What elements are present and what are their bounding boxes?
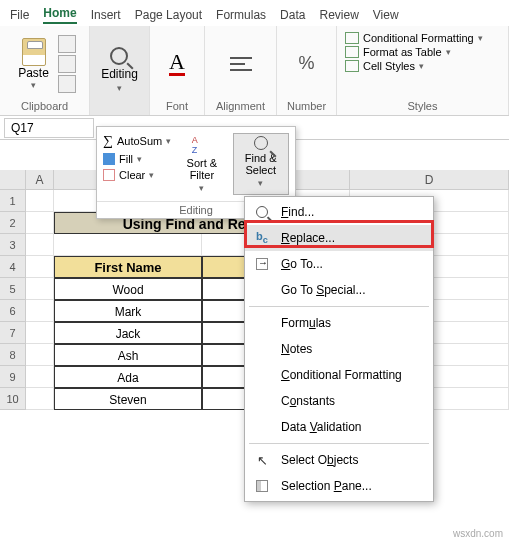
alignment-button[interactable] — [230, 55, 252, 73]
menu-selection-pane[interactable]: Selection Pane... — [245, 473, 433, 499]
cell[interactable] — [26, 278, 54, 300]
fill-button[interactable]: Fill▾ — [103, 153, 171, 165]
tab-page-layout[interactable]: Page Layout — [135, 8, 202, 22]
select-all-corner[interactable] — [0, 170, 26, 189]
group-label-number: Number — [281, 99, 332, 113]
find-select-menu: Find... bc Replace... Go To... Go To Spe… — [244, 196, 434, 502]
menu-replace[interactable]: bc Replace... — [245, 225, 433, 251]
clear-button[interactable]: Clear▾ — [103, 169, 171, 181]
paste-button[interactable]: Paste ▾ — [14, 38, 54, 90]
format-as-table-button[interactable]: Format as Table▾ — [345, 46, 451, 58]
autosum-button[interactable]: ∑AutoSum▾ — [103, 133, 171, 149]
fill-label: Fill — [119, 153, 133, 165]
menu-goto[interactable]: Go To... — [245, 251, 433, 277]
font-color-button[interactable]: A — [169, 51, 185, 76]
search-icon — [254, 136, 268, 150]
clear-label: Clear — [119, 169, 145, 181]
menu-select-objects[interactable]: Select Objects — [245, 447, 433, 473]
row-header[interactable]: 2 — [0, 212, 26, 234]
row-header[interactable]: 1 — [0, 190, 26, 212]
cell[interactable] — [26, 344, 54, 366]
data-cell[interactable]: Wood — [54, 278, 202, 300]
menu-separator — [249, 306, 429, 307]
menu-find[interactable]: Find... — [245, 199, 433, 225]
cell[interactable] — [26, 300, 54, 322]
cell[interactable] — [26, 234, 54, 256]
conditional-formatting-button[interactable]: Conditional Formatting▾ — [345, 32, 483, 44]
group-label-alignment: Alignment — [209, 99, 272, 113]
row-header[interactable]: 10 — [0, 388, 26, 410]
cell[interactable] — [26, 212, 54, 234]
cell[interactable] — [54, 234, 202, 256]
header-cell[interactable]: First Name — [54, 256, 202, 278]
cell[interactable] — [26, 366, 54, 388]
row-header[interactable]: 6 — [0, 300, 26, 322]
cut-icon[interactable] — [58, 35, 76, 53]
copy-icon[interactable] — [58, 55, 76, 73]
find-select-button[interactable]: Find & Select ▾ — [233, 133, 290, 195]
clipboard-small-buttons[interactable] — [58, 35, 76, 93]
data-cell[interactable]: Jack — [54, 322, 202, 344]
menu-cond-formatting[interactable]: Conditional Formatting — [245, 362, 433, 388]
menubar: File Home Insert Page Layout Formulas Da… — [0, 0, 509, 26]
tab-file[interactable]: File — [10, 8, 29, 22]
cell[interactable] — [26, 322, 54, 344]
group-font: A Font — [150, 26, 205, 115]
menu-notes[interactable]: Notes — [245, 336, 433, 362]
tab-data[interactable]: Data — [280, 8, 305, 22]
sort-icon — [192, 135, 212, 155]
row-header[interactable]: 3 — [0, 234, 26, 256]
align-icon — [230, 55, 252, 73]
number-format-button[interactable]: % — [298, 53, 314, 74]
menu-constants[interactable]: Constants — [245, 388, 433, 414]
goto-icon — [256, 258, 268, 270]
replace-icon: bc — [256, 230, 268, 245]
cond-format-icon — [345, 32, 359, 44]
menu-data-validation[interactable]: Data Validation — [245, 414, 433, 440]
group-alignment: Alignment — [205, 26, 277, 115]
tab-insert[interactable]: Insert — [91, 8, 121, 22]
col-header-d[interactable]: D — [350, 170, 509, 189]
row-header[interactable]: 7 — [0, 322, 26, 344]
tab-home[interactable]: Home — [43, 6, 76, 24]
paste-icon — [22, 38, 46, 66]
format-painter-icon[interactable] — [58, 75, 76, 93]
find-label: Find & Select — [238, 152, 285, 176]
col-header-a[interactable]: A — [26, 170, 54, 189]
data-cell[interactable]: Ada — [54, 366, 202, 388]
row-header[interactable]: 4 — [0, 256, 26, 278]
tab-review[interactable]: Review — [319, 8, 358, 22]
group-number: % Number — [277, 26, 337, 115]
cell-styles-icon — [345, 60, 359, 72]
editing-button[interactable]: Editing ▾ — [101, 47, 138, 93]
name-box[interactable]: Q17 — [4, 118, 94, 138]
chevron-down-icon: ▾ — [31, 80, 36, 90]
group-label-styles: Styles — [341, 99, 504, 113]
row-header[interactable]: 5 — [0, 278, 26, 300]
clear-icon — [103, 169, 115, 181]
cell-styles-button[interactable]: Cell Styles▾ — [345, 60, 424, 72]
search-icon — [256, 206, 268, 218]
data-cell[interactable]: Mark — [54, 300, 202, 322]
row-header[interactable]: 9 — [0, 366, 26, 388]
table-icon — [345, 46, 359, 58]
sort-filter-button[interactable]: Sort & Filter ▾ — [177, 133, 226, 195]
cursor-icon — [257, 453, 268, 468]
menu-formulas[interactable]: Formulas — [245, 310, 433, 336]
data-cell[interactable]: Ash — [54, 344, 202, 366]
fill-icon — [103, 153, 115, 165]
sort-label: Sort & Filter — [181, 157, 222, 181]
data-cell[interactable]: Steven — [54, 388, 202, 410]
row-header[interactable]: 8 — [0, 344, 26, 366]
font-icon: A — [169, 51, 185, 76]
search-icon — [110, 47, 128, 65]
group-styles: Conditional Formatting▾ Format as Table▾… — [337, 26, 509, 115]
autosum-label: AutoSum — [117, 135, 162, 147]
tab-view[interactable]: View — [373, 8, 399, 22]
tab-formulas[interactable]: Formulas — [216, 8, 266, 22]
menu-goto-special[interactable]: Go To Special... — [245, 277, 433, 303]
cell[interactable] — [26, 388, 54, 410]
cell[interactable] — [26, 190, 54, 212]
group-clipboard: Paste ▾ Clipboard — [0, 26, 90, 115]
cell[interactable] — [26, 256, 54, 278]
